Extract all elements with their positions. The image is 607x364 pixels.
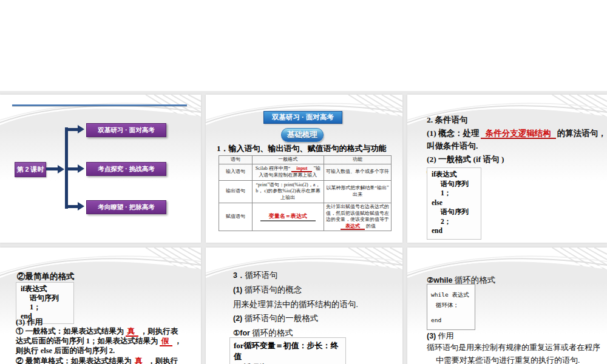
text: (1) 概念：处理 (427, 129, 480, 138)
code-line: 语句序列1； (432, 180, 476, 198)
arrow-head-icon (78, 202, 84, 211)
table-row: 输出语句 “print”语句：print(%io(2)，a，b， c)的参数%i… (219, 180, 392, 203)
while-code-box: while 表达式 循环体； end (427, 284, 475, 330)
text: 循环语句的概念 (242, 285, 302, 294)
text-line: 则执行 else 后面的语句序列 2. (16, 346, 199, 356)
header-badge: 双基研习 · 面对高考 (263, 111, 342, 124)
if-else-code-box: if表达式 语句序列1； else 语句序列2； end (427, 167, 481, 240)
code-line: end (431, 315, 471, 325)
code-line: if表达式 (21, 285, 69, 294)
arrow-connector (68, 167, 78, 170)
text: ， (174, 337, 182, 345)
section-badge: 基础梳理 (281, 128, 324, 142)
arrow-head-icon (58, 165, 64, 174)
blank-answer: 假 (160, 337, 172, 346)
slide-thumbnail-loop-for[interactable]: 3．循环语句 (1) 循环语句的概念 用来处理算法中的循环结构的语句. (2) … (206, 248, 402, 364)
blank-answer: 表达式 (341, 223, 365, 230)
effect-paragraph: 循环语句是用来控制有规律的重复运算或者在程序 中需要对某些语句进行重复的执行的语… (427, 341, 603, 364)
number: 3． (233, 271, 245, 280)
blank-answer: 真 (126, 327, 138, 337)
code-line: 语句序列2； (432, 207, 476, 226)
arrow-connector (68, 205, 78, 208)
section-box-kaodian: 考点探究 · 挑战高考 (86, 162, 166, 176)
text-line: 达式后面的语句序列 1；如果表达式结果为假， (16, 336, 199, 346)
heading: ②最简单的格式 (17, 271, 75, 282)
text-line: 中需要对某些语句进行重复的执行的语句. (427, 354, 603, 364)
code-line: 语句序列1； (21, 294, 69, 312)
col-header: 一般格式 (252, 156, 324, 164)
text-line: (2) 循环语句的一般格式 (233, 311, 358, 326)
effect-heading: (3) 作用 (427, 331, 454, 342)
arrow-connector (46, 167, 58, 170)
text: 作用 (436, 331, 453, 340)
code-line: for循环变量＝初值：步长：终值 (234, 340, 342, 362)
blank-answer: 条件分支逻辑结构 (481, 129, 556, 139)
text: 循环的格式 (452, 275, 495, 285)
slide-sorter-canvas: 第 2 课时 双基研习 · 面对高考 考点探究 · 挑战高考 考向瞭望 · 把脉… (0, 0, 607, 364)
slide-thumbnail-if-effect[interactable]: ②最简单的格式 if表达式 语句序列1； end (3) 作用 ① 一般格式：如… (0, 248, 201, 364)
text-line: 循环语句是用来控制有规律的重复运算或者在程序 (427, 341, 603, 354)
text: ，则执行 (148, 357, 178, 364)
concept-line: (1) 概念：处理条件分支逻辑结构的算法语句， (427, 127, 606, 140)
text-line: 叫做条件语句. (427, 140, 606, 153)
keyword: for (240, 329, 250, 337)
cell-function-input: 可输入数值、单个或多个字符 (324, 164, 391, 180)
statements-table: 语句 一般格式 功能 输入语句 Scilab 程序中用“input”输入语句来控… (219, 155, 392, 231)
heading: 2. 条件语句 (427, 113, 606, 127)
cell-text: Scilab 程序中用“ (256, 166, 291, 171)
text: ① 一般格式：如果表达式结果为 (16, 327, 124, 335)
col-header: 语句 (219, 156, 253, 164)
arrow-connector (68, 128, 78, 131)
blank-answer: 真 (134, 357, 146, 364)
slide-thumbnail-conditional[interactable]: 2. 条件语句 (1) 概念：处理条件分支逻辑结构的算法语句， 叫做条件语句. … (407, 95, 607, 243)
section-box-kaoxiang: 考向瞭望 · 把脉高考 (86, 200, 166, 214)
row-label: 输出语句 (219, 180, 253, 203)
number: (3) (427, 332, 436, 340)
cell-format-output: “print”语句：print(%io(2)，a，b， c)的参数%io(2)表… (252, 180, 324, 203)
code-line: if表达式 (432, 170, 476, 180)
table-row: 赋值语句 变量名＝表达式 先计算出赋值号右边表达式的值，然后把该值赋给赋值号左边… (219, 203, 392, 231)
slide-title: 1．输入语句、输出语句、赋值语句的格式与功能 (217, 143, 399, 154)
lesson-label-box: 第 2 课时 (15, 162, 46, 177)
number: (2) (233, 314, 242, 323)
circled-number: ② (427, 276, 433, 285)
cell-function-output: 以某种形式把求解结果“输出”出来 (324, 180, 391, 203)
text: 达式后面的语句序列 1；如果表达式结果为 (16, 337, 158, 345)
slide-thumbnail-loop-while[interactable]: ②while 循环的格式 while 表达式 循环体； end (3) 作用 循… (407, 248, 607, 364)
heading: 3．循环语句 (233, 268, 358, 283)
code-line: else (432, 198, 476, 208)
col-header: 功能 (324, 156, 391, 164)
divider-line (12, 104, 187, 106)
text: ，则执行表 (140, 327, 178, 335)
table-header-row: 语句 一般格式 功能 (219, 156, 392, 164)
cell-format-input: Scilab 程序中用“input”输入语句来控制在屏幕上输入 (252, 164, 324, 180)
slide-grid: 第 2 课时 双基研习 · 面对高考 考点探究 · 挑战高考 考向瞭望 · 把脉… (0, 91, 607, 364)
cell-function-assign: 先计算出赋值号右边表达式的值，然后把该值赋给赋值号左边的变量，使该变量的值等于表… (324, 203, 391, 231)
text: 循环语句 (245, 271, 277, 280)
cell-text: 先计算出赋值号右边表达式的值，然后把该值赋给赋值号左边的变量，使该变量的值等于 (326, 204, 389, 223)
text: 循环的格式 (250, 328, 293, 337)
code-line: end (432, 226, 476, 236)
circled-number: ① (233, 329, 240, 337)
blank-answer: 变量名＝表达式 (260, 212, 316, 221)
slide-thumbnail-lesson-overview[interactable]: 第 2 课时 双基研习 · 面对高考 考点探究 · 挑战高考 考向瞭望 · 把脉… (0, 95, 201, 243)
section-box-shuangji: 双基研习 · 面对高考 (86, 123, 166, 137)
number: (1) (233, 286, 242, 294)
cell-text: 的值 (366, 223, 376, 229)
row-label: 赋值语句 (219, 203, 253, 231)
text: ② 最简单格式：如果表达式结果为 (16, 357, 132, 364)
for-code-box: for循环变量＝初值：步长：终值 循环体； end (229, 337, 346, 364)
row-label: 输入语句 (219, 164, 253, 180)
keyword: while (433, 276, 452, 285)
loop-text-block: 3．循环语句 (1) 循环语句的概念 用来处理算法中的循环结构的语句. (2) … (233, 268, 358, 340)
code-line: 循环体； (431, 300, 471, 310)
arrow-head-icon (78, 125, 84, 133)
blank-answer: input (291, 166, 312, 172)
table-row: 输入语句 Scilab 程序中用“input”输入语句来控制在屏幕上输入 可输入… (219, 164, 392, 180)
cell-format-assign: 变量名＝表达式 (252, 203, 324, 231)
text-line: 用来处理算法中的循环结构的语句. (233, 297, 358, 311)
text-line: ② 最简单格式：如果表达式结果为真，则执行 (16, 356, 199, 364)
slide-thumbnail-statements-table[interactable]: 双基研习 · 面对高考 基础梳理 1．输入语句、输出语句、赋值语句的格式与功能 … (206, 95, 402, 243)
text-line: ① 一般格式：如果表达式结果为真，则执行表 (16, 326, 199, 336)
code-line: while 表达式 (431, 289, 471, 300)
